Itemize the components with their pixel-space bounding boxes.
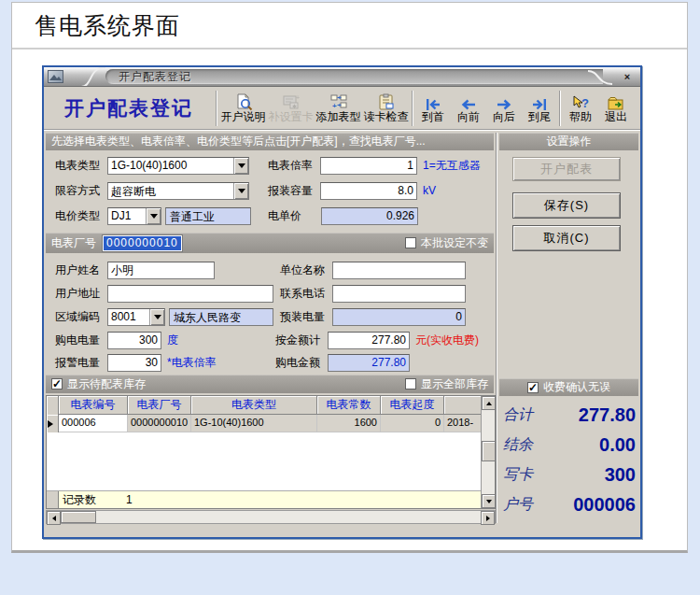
scroll-right-icon[interactable]	[481, 511, 495, 525]
batch-keep-checkbox[interactable]	[405, 237, 416, 248]
area-code-select[interactable]: 8001	[107, 308, 165, 326]
meter-ratio-hint: 1=无互感器	[423, 158, 481, 174]
purchase-qty-row: 购电电量 度	[55, 331, 178, 349]
titlebar-swoosh-left	[79, 67, 107, 87]
org-name-input[interactable]	[332, 262, 466, 279]
toolbar-button-label: 开户说明	[221, 111, 266, 123]
go-next-button[interactable]: 向后	[486, 89, 522, 128]
stat-label: 合计	[503, 405, 533, 425]
by-amount-row: 按金额计 元(实收电费)	[275, 331, 479, 349]
capacity-input[interactable]	[320, 182, 417, 200]
record-count-label: 记录数	[59, 492, 113, 508]
user-name-input[interactable]	[107, 262, 215, 279]
toolbar-button-label: 到尾	[528, 111, 551, 123]
alarm-qty-label: 报警电量	[55, 355, 100, 371]
next-arrow-icon	[496, 92, 512, 111]
exit-button[interactable]: 退出	[598, 89, 634, 128]
page-title: 售电系统界面	[35, 10, 687, 41]
stat-label: 户号	[503, 495, 533, 515]
price-type-value: DJ1	[108, 208, 146, 224]
read-card-icon	[377, 92, 396, 111]
limit-mode-label: 限容方式	[55, 183, 100, 199]
phone-input[interactable]	[332, 285, 466, 303]
toolbar-app-title: 开户配表登记	[44, 95, 214, 121]
toolbar-button-label: 到首	[422, 111, 444, 123]
area-code-label: 区域编码	[55, 309, 100, 325]
address-input[interactable]	[107, 285, 273, 303]
purchase-amt-input[interactable]	[328, 354, 410, 372]
go-last-button[interactable]: 到尾	[522, 89, 557, 128]
open-account-help-button[interactable]: 开户说明	[219, 89, 267, 128]
meter-type-label: 电表类型	[55, 158, 100, 174]
price-type-select[interactable]: DJ1	[107, 207, 161, 225]
scrollbar-thumb[interactable]	[482, 441, 496, 461]
table-row[interactable]: 000006 0000000010 1G-10(40)1600 1600 0 2…	[47, 415, 495, 432]
table-footer-row: 记录数 1	[47, 490, 481, 508]
meter-type-select[interactable]: 1G-10(40)1600	[107, 157, 249, 175]
vertical-scrollbar[interactable]	[481, 396, 495, 508]
preinstall-row: 预装电量	[280, 307, 466, 326]
phone-label: 联系电话	[280, 286, 325, 302]
scroll-left-icon[interactable]	[47, 511, 61, 525]
by-amount-label: 按金额计	[275, 333, 320, 348]
toolbar-separator	[412, 91, 413, 126]
chevron-down-icon[interactable]	[149, 309, 164, 325]
purchase-amt-label: 购电金额	[275, 355, 320, 371]
cancel-button[interactable]: 取消(C)	[512, 225, 621, 251]
record-count-value: 1	[113, 493, 133, 506]
fee-confirm-checkbox[interactable]	[527, 382, 539, 393]
preinstall-input[interactable]	[332, 308, 466, 326]
alarm-qty-input[interactable]	[107, 354, 161, 372]
save-button[interactable]: 保存(S)	[512, 192, 621, 219]
doc-magnifier-icon	[234, 92, 253, 111]
scrollbar-thumb[interactable]	[61, 511, 96, 523]
chevron-down-icon[interactable]	[233, 158, 248, 174]
cell-factory-no: 0000000010	[128, 415, 191, 432]
svg-text:?: ?	[581, 96, 589, 110]
toolbar-button-label: 退出	[605, 111, 627, 123]
footer-selector-cell	[47, 491, 59, 508]
meter-ratio-input[interactable]	[320, 157, 417, 175]
scroll-up-icon[interactable]	[482, 396, 496, 410]
unit-price-input[interactable]	[321, 207, 418, 225]
stat-value: 300	[605, 464, 636, 486]
toolbar-button-label: 读卡检查	[364, 111, 409, 123]
chevron-down-icon[interactable]	[146, 208, 161, 224]
price-type-label: 电价类型	[55, 208, 100, 224]
show-pending-checkbox[interactable]	[51, 378, 63, 390]
help-icon: ?	[571, 92, 590, 111]
scroll-down-icon[interactable]	[482, 494, 496, 508]
limit-mode-row: 限容方式 超容断电	[55, 181, 249, 200]
chevron-down-icon[interactable]	[233, 183, 248, 199]
column-divider	[496, 133, 497, 523]
capacity-label: 报装容量	[268, 183, 313, 199]
svg-text:+: +	[296, 94, 300, 101]
column-header[interactable]: 电表类型	[191, 396, 317, 415]
exit-icon	[607, 92, 625, 111]
factory-no-value[interactable]: 0000000010	[102, 234, 183, 252]
column-header[interactable]: 电表厂号	[128, 396, 191, 415]
toolbar-button-label: 帮助	[569, 111, 592, 123]
meter-ratio-row: 电表倍率 1=无互感器	[268, 156, 481, 175]
add-meter-type-icon: +	[329, 92, 348, 111]
read-card-check-button[interactable]: 读卡检查	[362, 89, 410, 128]
capacity-row: 报装容量 kV	[268, 181, 436, 200]
add-meter-type-button[interactable]: + 添加表型	[315, 89, 362, 128]
by-amount-input[interactable]	[328, 332, 410, 349]
go-first-button[interactable]: 到首	[415, 89, 451, 128]
show-all-checkbox[interactable]	[405, 378, 416, 390]
fee-confirm-bar: 收费确认无误	[499, 378, 638, 396]
inventory-bar: 显示待配表库存 显示全部库存	[46, 375, 494, 393]
column-header[interactable]: 电表起度	[381, 396, 444, 415]
horizontal-scrollbar[interactable]	[46, 510, 496, 524]
meter-type-row: 电表类型 1G-10(40)1600	[55, 156, 249, 175]
help-button[interactable]: ? 帮助	[563, 89, 598, 128]
go-prev-button[interactable]: 向前	[451, 89, 486, 128]
column-header[interactable]: 电表编号	[59, 396, 128, 415]
column-header[interactable]: 电表常数	[317, 396, 381, 415]
limit-mode-select[interactable]: 超容断电	[107, 182, 249, 200]
toolbar-separator	[559, 91, 561, 126]
stat-balance: 结余 0.00	[503, 432, 636, 458]
purchase-qty-input[interactable]	[107, 332, 161, 349]
close-icon[interactable]: ×	[620, 69, 635, 83]
